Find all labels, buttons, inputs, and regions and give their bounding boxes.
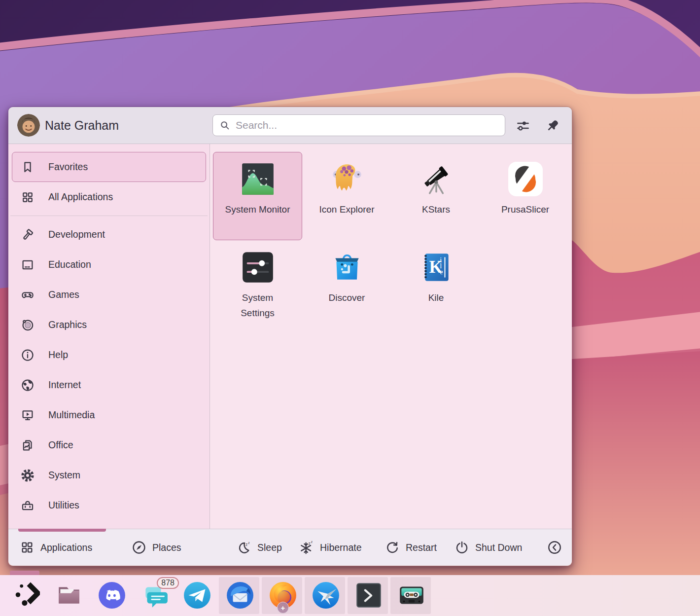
system-monitor-icon <box>240 161 276 197</box>
telegram-icon <box>183 581 211 610</box>
telegram-button[interactable] <box>183 581 211 610</box>
sidebar-divider <box>10 216 208 216</box>
launcher-footer: Applications Places z z Sleep z z <box>8 529 572 566</box>
hammer-icon <box>20 227 35 242</box>
app-kstars[interactable]: KStars <box>391 152 481 240</box>
documents-icon <box>20 438 35 453</box>
launcher-header: Nate Graham Search... <box>8 107 572 144</box>
falkon-button[interactable] <box>312 581 340 610</box>
sidebar-item-office[interactable]: Office <box>12 430 206 460</box>
collapse-sidebar-button[interactable] <box>547 529 562 566</box>
sidebar-item-games[interactable]: Games <box>12 280 206 310</box>
app-label: System Settings <box>225 290 291 321</box>
sidebar-item-all-applications[interactable]: All Applications <box>12 182 206 212</box>
app-launcher-button[interactable] <box>11 581 40 610</box>
pin-icon[interactable] <box>544 117 561 134</box>
svg-text:z: z <box>245 542 247 547</box>
discover-icon <box>329 249 365 286</box>
restart-button[interactable]: Restart <box>385 529 437 566</box>
user-name: Nate Graham <box>45 107 119 144</box>
kasts-button[interactable] <box>397 581 426 610</box>
konsole-icon <box>354 581 383 610</box>
svg-text:z: z <box>308 541 310 546</box>
tab-applications[interactable]: Applications <box>19 529 92 566</box>
globe-icon <box>20 378 35 393</box>
sleep-button[interactable]: z z Sleep <box>236 529 282 566</box>
moon-zz-icon: z z <box>236 540 252 555</box>
app-kile[interactable]: K i l e Kile <box>391 240 481 328</box>
screen-icon <box>20 257 35 272</box>
color-wheel-icon <box>20 318 35 332</box>
app-system-monitor[interactable]: System Monitor <box>213 152 302 240</box>
media-player-icon <box>20 408 35 423</box>
svg-text:e: e <box>440 268 443 276</box>
falkon-icon <box>312 581 340 610</box>
sidebar-item-help[interactable]: Help <box>12 340 206 370</box>
cuttlefish-icon <box>329 161 365 197</box>
app-icon-explorer[interactable]: Icon Explorer <box>302 152 391 240</box>
folder-icon <box>55 581 83 610</box>
kde-launcher-icon <box>11 581 40 610</box>
sidebar-item-system[interactable]: System <box>12 460 206 490</box>
discord-button[interactable] <box>98 581 126 610</box>
app-label: Discover <box>329 290 365 305</box>
app-discover[interactable]: Discover <box>302 240 391 328</box>
svg-text:z: z <box>248 541 249 544</box>
discord-icon <box>98 581 126 610</box>
system-settings-icon <box>240 249 276 286</box>
info-icon <box>20 348 35 362</box>
app-label: PrusaSlicer <box>501 202 549 217</box>
tab-places[interactable]: Places <box>131 529 181 566</box>
gamepad-icon <box>20 288 35 302</box>
app-label: KStars <box>422 202 450 217</box>
sidebar-item-multimedia[interactable]: Multimedia <box>12 400 206 430</box>
category-sidebar: Favorites All Applications Development <box>8 144 210 529</box>
cassette-kasts-icon <box>397 581 426 610</box>
power-icon <box>454 540 470 555</box>
kile-icon: K i l e <box>418 249 455 286</box>
thunderbird-button[interactable] <box>226 581 254 610</box>
favorites-grid: System Monitor Icon Explorer <box>210 144 572 529</box>
search-placeholder: Search... <box>236 119 277 131</box>
konsole-button[interactable] <box>354 581 383 610</box>
user-avatar[interactable] <box>17 114 40 137</box>
app-system-settings[interactable]: System Settings <box>213 240 302 328</box>
telescope-icon <box>418 161 455 197</box>
sidebar-item-utilities[interactable]: Utilities <box>12 490 206 520</box>
bookmark-icon <box>20 160 35 175</box>
taskbar-panel: 878 <box>0 575 700 616</box>
sidebar-item-internet[interactable]: Internet <box>12 370 206 400</box>
firefox-button[interactable]: + <box>269 581 297 610</box>
toolbox-icon <box>20 498 35 513</box>
sidebar-item-education[interactable]: Education <box>12 250 206 280</box>
application-launcher-window: Nate Graham Search... <box>8 107 572 566</box>
new-tab-badge: + <box>277 602 289 614</box>
unread-count-badge: 878 <box>157 577 179 589</box>
prusaslicer-icon <box>507 161 544 197</box>
app-prusaslicer[interactable]: PrusaSlicer <box>481 152 570 240</box>
svg-text:z: z <box>311 540 313 544</box>
app-label: Kile <box>428 290 444 305</box>
search-input[interactable]: Search... <box>212 114 505 136</box>
compass-icon <box>131 540 147 555</box>
file-manager-button[interactable] <box>55 581 83 610</box>
grid-icon <box>19 540 35 555</box>
refresh-icon <box>385 540 400 555</box>
messages-button[interactable]: 878 <box>140 581 169 610</box>
snowflake-z-icon: z z <box>299 540 315 555</box>
app-label: System Monitor <box>225 202 290 217</box>
chevron-left-circle-icon <box>547 540 562 555</box>
sidebar-item-development[interactable]: Development <box>12 219 206 250</box>
grid-icon <box>20 190 35 205</box>
hibernate-button[interactable]: z z Hibernate <box>299 529 362 566</box>
thunderbird-icon <box>226 581 254 610</box>
launcher-active-highlight <box>10 571 39 575</box>
sidebar-item-graphics[interactable]: Graphics <box>12 310 206 340</box>
configure-icon[interactable] <box>515 117 531 134</box>
sidebar-item-favorites[interactable]: Favorites <box>12 152 206 182</box>
app-label: Icon Explorer <box>319 202 375 217</box>
shutdown-button[interactable]: Shut Down <box>454 529 522 566</box>
search-icon <box>219 119 231 131</box>
gear-icon <box>20 468 35 483</box>
